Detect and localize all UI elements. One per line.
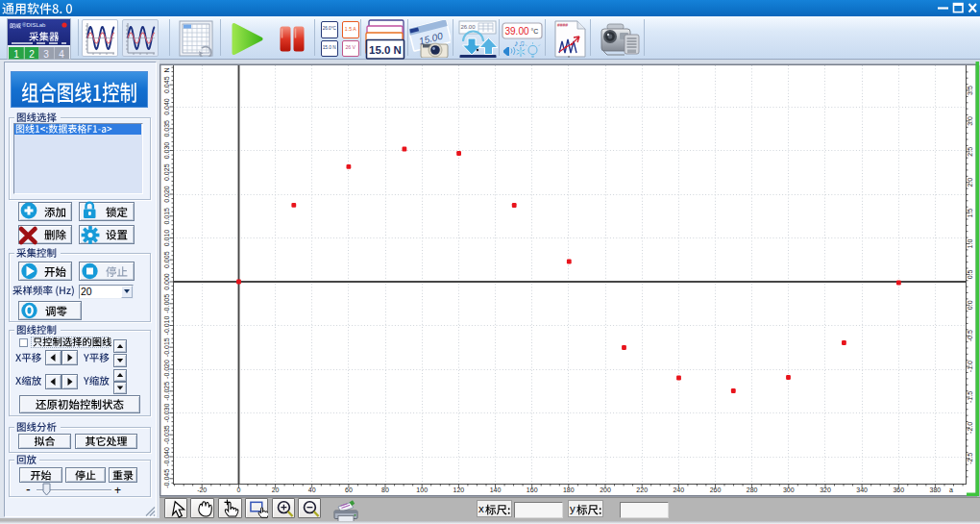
svg-text:-0.025: -0.025	[163, 382, 170, 401]
svg-text:39.00: 39.00	[504, 26, 528, 37]
svg-text:♪♫: ♪♫	[514, 38, 525, 48]
svg-text:0.010: 0.010	[163, 230, 170, 247]
svg-text:200: 200	[600, 487, 611, 493]
svg-text:N: N	[163, 67, 170, 72]
svg-text:240: 240	[673, 487, 684, 493]
svg-text:300: 300	[783, 487, 795, 493]
svg-text:1.5: 1.5	[967, 209, 973, 218]
svg-text:4: 4	[59, 49, 64, 60]
svg-text:0.040: 0.040	[163, 98, 170, 115]
svg-text:####: ####	[557, 22, 568, 28]
svg-text:2.5: 2.5	[967, 147, 973, 157]
svg-text:60: 60	[345, 487, 353, 493]
svg-text:0.025: 0.025	[163, 163, 170, 181]
svg-text:0.020: 0.020	[163, 186, 170, 203]
svg-text:-2.0: -2.0	[967, 422, 973, 434]
svg-text:40: 40	[308, 487, 316, 493]
svg-text:0.035: 0.035	[163, 120, 170, 137]
svg-text:360: 360	[893, 487, 904, 493]
svg-text:-1.5: -1.5	[967, 391, 973, 403]
svg-text:3.0: 3.0	[967, 116, 973, 126]
svg-text:-20: -20	[197, 487, 207, 493]
svg-text:-0.010: -0.010	[163, 315, 170, 335]
svg-text:120: 120	[453, 487, 465, 493]
svg-text:-0.030: -0.030	[163, 403, 170, 422]
svg-text:-2.5: -2.5	[967, 453, 973, 464]
svg-text:-0.020: -0.020	[163, 360, 170, 379]
svg-text:26.00: 26.00	[460, 24, 476, 30]
svg-text:0.030: 0.030	[163, 142, 170, 160]
svg-text:-1.0: -1.0	[967, 361, 973, 372]
svg-text:-0.045: -0.045	[163, 469, 170, 488]
svg-text:320: 320	[820, 487, 831, 493]
svg-text:80: 80	[381, 487, 389, 493]
svg-text:0.045: 0.045	[163, 76, 170, 93]
svg-text:0.005: 0.005	[163, 251, 170, 268]
svg-text:380: 380	[930, 487, 942, 493]
svg-text:20: 20	[272, 487, 280, 493]
svg-text:°C: °C	[531, 28, 539, 35]
svg-text:2: 2	[29, 49, 35, 60]
svg-text:-0.5: -0.5	[967, 330, 973, 341]
svg-text:3: 3	[43, 49, 49, 60]
svg-text:-0.040: -0.040	[163, 447, 170, 466]
svg-text:260: 260	[710, 487, 722, 493]
svg-text:0.0: 0.0	[967, 300, 973, 310]
svg-text:-0.035: -0.035	[163, 425, 170, 444]
svg-text:160: 160	[527, 487, 538, 493]
svg-text:1.0: 1.0	[967, 239, 973, 249]
svg-text:-0.015: -0.015	[163, 337, 170, 357]
svg-text:-0.005: -0.005	[163, 294, 170, 313]
svg-text:15.0 N: 15.0 N	[369, 44, 402, 56]
svg-text:1: 1	[13, 49, 19, 60]
svg-text:280: 280	[747, 487, 758, 493]
svg-text:a: a	[949, 487, 953, 493]
svg-text:0.5: 0.5	[967, 269, 973, 279]
svg-text:0.000: 0.000	[163, 273, 170, 290]
svg-text:180: 180	[563, 487, 575, 493]
svg-text:340: 340	[856, 487, 868, 493]
svg-text:140: 140	[490, 487, 502, 493]
svg-text:0: 0	[236, 487, 240, 493]
svg-text:2.0: 2.0	[967, 178, 973, 187]
svg-text:220: 220	[636, 487, 648, 493]
svg-text:0.015: 0.015	[163, 208, 170, 225]
svg-text:3.5: 3.5	[967, 86, 973, 95]
svg-text:100: 100	[416, 487, 428, 493]
